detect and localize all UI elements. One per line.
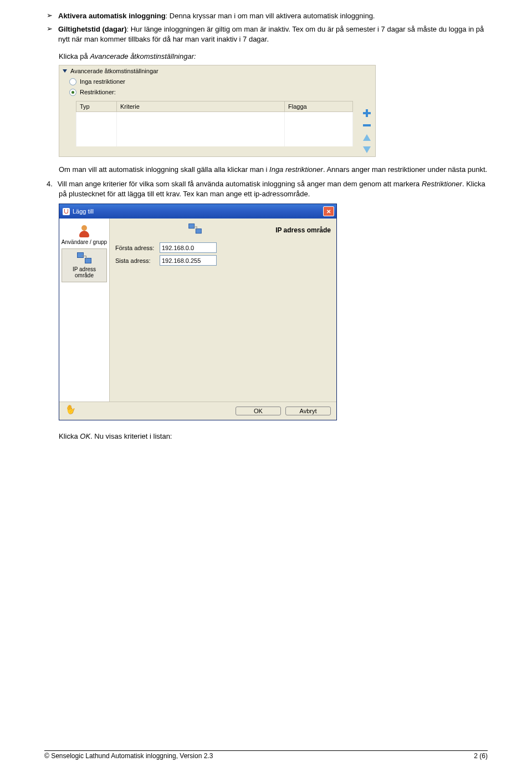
col-flagga[interactable]: Flagga [285, 101, 353, 111]
sidebar-item-user-group[interactable]: Användare / grupp [59, 222, 109, 248]
page-footer: © Senselogic Lathund Automatisk inloggni… [44, 750, 488, 760]
arrow-up-icon [363, 134, 371, 141]
titlebar[interactable]: Lägg till ✕ [59, 204, 336, 219]
bullet-glyph-icon: ➢ [47, 11, 53, 21]
last-address-label: Sista adress: [115, 257, 160, 264]
bullet-item: ➢ Aktivera automatisk inloggning: Denna … [44, 11, 488, 21]
add-dialog: Lägg till ✕ Användare / grupp IP adress … [59, 204, 337, 420]
footer-left: © Senselogic Lathund Automatisk inloggni… [44, 752, 213, 760]
radio-label: Inga restriktioner [80, 78, 125, 85]
bullet-item: ➢ Giltighetstid (dagar): Hur länge inlog… [44, 24, 488, 44]
sidebar-item-label: Användare / grupp [60, 239, 108, 245]
body-paragraph: Klicka OK. Nu visas kriteriet i listan: [59, 431, 488, 441]
bullet-glyph-icon: ➢ [47, 24, 53, 44]
ok-button[interactable]: OK [236, 407, 281, 415]
instruction-text: Klicka på Avancerade åtkomstinställninga… [59, 52, 488, 62]
collapse-triangle-icon [63, 69, 67, 73]
numbered-item-4: 4. Vill man ange kriterier för vilka som… [59, 179, 488, 199]
bullet-text: Giltighetstid (dagar): Hur länge inloggn… [58, 24, 488, 44]
network-icon [188, 224, 201, 235]
restrictions-table: Typ Kriterie Flagga [76, 101, 353, 146]
first-address-label: Första adress: [115, 245, 160, 251]
first-address-input[interactable] [160, 242, 217, 253]
bullet-text: Aktivera automatisk inloggning: Denna kr… [58, 11, 488, 21]
close-button[interactable]: ✕ [323, 206, 334, 216]
radio-label: Restriktioner: [80, 89, 116, 95]
network-icon [77, 252, 91, 265]
body-paragraph: Om man vill att automatisk inloggning sk… [59, 165, 488, 175]
minus-icon [363, 124, 371, 126]
section-title: Avancerade åtkomstinställningar [70, 68, 158, 74]
col-kriterie[interactable]: Kriterie [117, 101, 285, 111]
close-icon: ✕ [326, 209, 331, 215]
advanced-access-panel: Avancerade åtkomstinställningar Inga res… [59, 65, 376, 157]
plus-icon [363, 109, 371, 117]
remove-button[interactable] [362, 121, 372, 130]
move-up-button[interactable] [362, 133, 372, 142]
radio-icon [69, 78, 76, 85]
add-button[interactable] [362, 109, 372, 118]
section-header[interactable]: Avancerade åtkomstinställningar [59, 65, 375, 77]
dialog-title: Lägg till [73, 208, 94, 215]
panel-header: IP adress område [117, 223, 331, 237]
col-typ[interactable]: Typ [76, 101, 117, 111]
app-icon [63, 208, 70, 215]
radio-icon [69, 89, 76, 96]
help-hand-icon[interactable] [65, 405, 77, 417]
arrow-down-icon [363, 146, 371, 153]
cancel-button[interactable]: Avbryt [285, 407, 331, 415]
footer-right: 2 (6) [474, 752, 488, 760]
user-icon [78, 225, 90, 237]
radio-no-restrictions[interactable]: Inga restriktioner [59, 77, 375, 87]
radio-restrictions[interactable]: Restriktioner: [59, 87, 375, 98]
sidebar-item-label: IP adress område [63, 266, 105, 278]
list-number: 4. [47, 179, 55, 189]
move-down-button[interactable] [362, 145, 372, 154]
sidebar-item-ip-range[interactable]: IP adress område [62, 248, 107, 282]
last-address-input[interactable] [160, 255, 217, 266]
